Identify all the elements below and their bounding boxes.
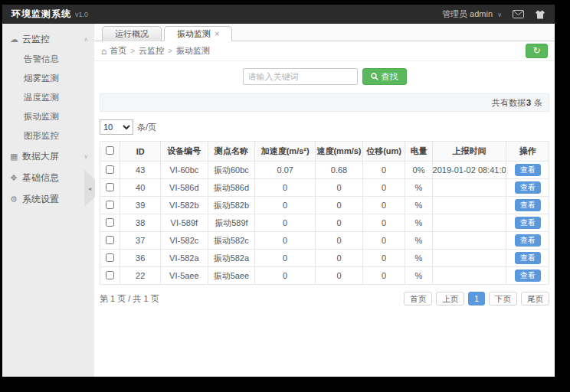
chevron-down-icon: ∨: [84, 153, 88, 160]
sidebar-group-基础信息[interactable]: ❖基础信息∨: [2, 167, 94, 188]
summary-count: 3: [526, 98, 531, 107]
cell-device: VI-589f: [161, 214, 208, 232]
table-row: 36VI-582a振动582a000%查看: [100, 250, 549, 267]
app-version: v1.0: [75, 11, 88, 18]
cell-accel: 0: [255, 267, 316, 285]
user-menu[interactable]: 管理员 admin ∨: [442, 8, 502, 20]
tab-运行概况[interactable]: 运行概况: [102, 26, 162, 41]
refresh-button[interactable]: ↻: [526, 44, 548, 58]
view-button[interactable]: 查看: [515, 252, 541, 264]
close-icon[interactable]: ×: [215, 30, 219, 38]
cloud-icon: ☁: [10, 34, 22, 44]
app-brand: 环境监测系统 v1.0: [11, 8, 88, 21]
cell-time: [432, 179, 506, 197]
row-checkbox[interactable]: [106, 218, 114, 227]
sidebar-group-云监控[interactable]: ☁云监控∧: [2, 28, 94, 50]
breadcrumb-item-振动监测[interactable]: 振动监测: [176, 46, 210, 55]
cell-time: [432, 232, 506, 250]
search-button-label: 查找: [382, 71, 398, 83]
page-button-首页[interactable]: 首页: [404, 292, 432, 305]
search-button[interactable]: 查找: [362, 68, 407, 85]
cell-speed: 0: [316, 197, 363, 214]
cell-action: 查看: [506, 250, 549, 267]
cell-time: [432, 267, 506, 285]
home-icon: ⌂: [101, 46, 106, 57]
cell-device: VI-60bc: [161, 162, 208, 179]
view-button[interactable]: 查看: [515, 217, 541, 229]
sidebar-item-振动监测[interactable]: 振动监测: [2, 107, 94, 126]
select-all-checkbox[interactable]: [106, 146, 114, 155]
sidebar-group-系统设置[interactable]: ⚙系统设置∨: [2, 188, 94, 210]
cell-point: 振动582b: [208, 197, 255, 214]
sidebar-group-数据大屏[interactable]: ▦数据大屏∨: [2, 145, 94, 167]
row-checkbox[interactable]: [106, 183, 114, 191]
row-checkbox[interactable]: [106, 253, 114, 262]
page-button-尾页[interactable]: 尾页: [521, 292, 549, 305]
app-title: 环境监测系统: [11, 8, 71, 21]
view-button[interactable]: 查看: [515, 199, 541, 211]
user-name: admin: [470, 9, 493, 18]
shirt-icon[interactable]: [535, 10, 545, 19]
pagination-info: 第 1 页 / 共 1 页: [100, 293, 159, 305]
cell-battery: %: [405, 267, 432, 285]
cell-id: 39: [120, 197, 161, 214]
table-row: 38VI-589f振动589f000%查看: [100, 214, 549, 232]
cell-id: 37: [120, 232, 161, 250]
envelope-icon[interactable]: [513, 10, 524, 18]
cell-id: 38: [120, 214, 161, 232]
top-header-bar: 环境监测系统 v1.0 管理员 admin ∨: [2, 5, 555, 24]
view-button[interactable]: 查看: [515, 270, 541, 282]
sidebar: ☁云监控∧告警信息烟雾监测温度监测振动监测图形监控▦数据大屏∨❖基础信息∨⚙系统…: [2, 24, 94, 377]
row-checkbox[interactable]: [106, 165, 114, 174]
chevron-down-icon: ∨: [497, 11, 502, 18]
breadcrumb-item-首页[interactable]: 首页: [110, 46, 126, 55]
breadcrumb-separator: >: [130, 47, 135, 55]
row-checkbox-cell: [100, 214, 120, 232]
column-header-操作: 操作: [506, 142, 549, 162]
row-checkbox[interactable]: [106, 236, 114, 244]
user-role-label: 管理员: [442, 9, 467, 18]
tab-振动监测[interactable]: 振动监测×: [164, 26, 232, 41]
summary-suffix: 条: [534, 97, 542, 109]
column-header-设备编号: 设备编号: [161, 142, 208, 162]
breadcrumb-item-云监控[interactable]: 云监控: [139, 46, 164, 55]
page-size-select[interactable]: 10: [100, 119, 133, 135]
page-button-1[interactable]: 1: [468, 292, 485, 305]
cell-accel: 0.07: [255, 162, 316, 179]
cell-device: VI-5aee: [161, 267, 208, 285]
view-button[interactable]: 查看: [515, 181, 541, 194]
tab-label: 运行概况: [115, 28, 149, 40]
sidebar-item-温度监测[interactable]: 温度监测: [2, 88, 94, 107]
cell-device: VI-582c: [161, 232, 208, 250]
sidebar-item-告警信息[interactable]: 告警信息: [2, 50, 94, 69]
info-icon: ❖: [10, 173, 22, 183]
chevron-up-icon: ∧: [84, 36, 88, 43]
row-checkbox-cell: [100, 162, 120, 179]
page-button-上页[interactable]: 上页: [436, 292, 464, 305]
view-button[interactable]: 查看: [515, 164, 541, 176]
row-checkbox-cell: [100, 179, 120, 197]
cell-speed: 0: [316, 267, 363, 285]
cell-action: 查看: [506, 162, 549, 179]
search-icon: [371, 73, 378, 80]
cell-id: 43: [120, 162, 161, 179]
cell-speed: 0: [316, 179, 363, 197]
data-table: ID设备编号测点名称加速度(m/s²)速度(mm/s)位移(um)电量上报时间操…: [100, 141, 549, 285]
sidebar-item-烟雾监测[interactable]: 烟雾监测: [2, 69, 94, 88]
row-checkbox[interactable]: [106, 271, 114, 279]
cell-disp: 0: [362, 232, 405, 250]
sidebar-item-图形监控[interactable]: 图形监控: [2, 126, 94, 145]
sidebar-group-label: 数据大屏: [22, 150, 84, 163]
chevron-left-icon: ◂: [88, 185, 91, 192]
cell-time: 2019-01-02 08:41:06: [432, 162, 506, 179]
search-input[interactable]: [243, 68, 358, 85]
row-checkbox[interactable]: [106, 201, 114, 209]
view-button[interactable]: 查看: [515, 234, 541, 247]
cell-accel: 0: [255, 250, 316, 267]
table-row: 37VI-582c振动582c000%查看: [100, 232, 549, 250]
breadcrumb-separator: >: [168, 47, 172, 55]
summary-band: 共有数据3 条: [100, 93, 549, 112]
column-header-位移(um): 位移(um): [362, 142, 405, 162]
cell-disp: 0: [362, 162, 405, 179]
page-button-下页[interactable]: 下页: [489, 292, 517, 305]
